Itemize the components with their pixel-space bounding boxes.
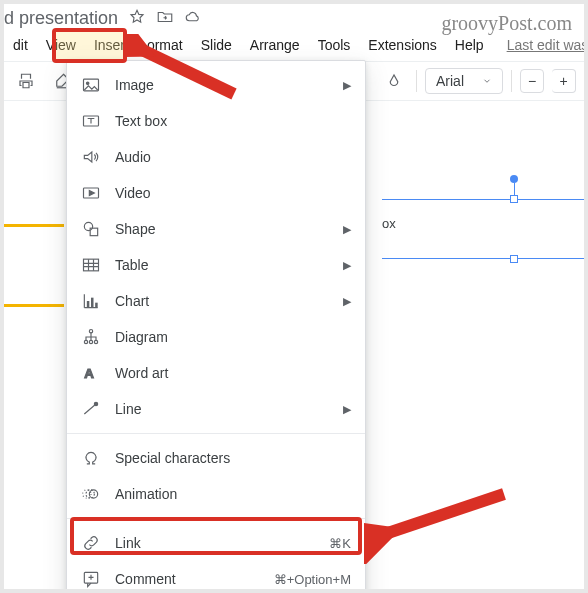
insert-menu-table[interactable]: Table▶ <box>67 247 365 283</box>
menu-item-label: Word art <box>115 365 351 381</box>
menu-divider <box>67 433 365 434</box>
svg-rect-9 <box>95 303 98 308</box>
menu-insert[interactable]: Insert <box>85 33 138 57</box>
insert-menu-wordart[interactable]: AWord art <box>67 355 365 391</box>
audio-icon <box>81 147 101 167</box>
filmstrip-accent <box>4 224 64 227</box>
menu-item-label: Table <box>115 257 329 273</box>
menu-item-label: Text box <box>115 113 351 129</box>
diagram-icon <box>81 327 101 347</box>
menu-edit[interactable]: dit <box>4 33 37 57</box>
insert-menu-anim[interactable]: Animation <box>67 476 365 512</box>
textbox-icon <box>81 111 101 131</box>
font-size-increase[interactable]: + <box>552 69 576 93</box>
selection-handle[interactable] <box>510 255 518 263</box>
wordart-icon: A <box>81 363 101 383</box>
svg-point-15 <box>94 402 97 405</box>
chevron-right-icon: ▶ <box>343 259 351 272</box>
menu-view[interactable]: View <box>37 33 85 57</box>
menu-format[interactable]: ormat <box>138 33 192 57</box>
svg-point-13 <box>94 340 97 343</box>
menubar: dit View Insert ormat Slide Arrange Tool… <box>4 31 584 61</box>
rotation-handle[interactable] <box>510 175 518 183</box>
chevron-right-icon: ▶ <box>343 295 351 308</box>
menu-item-label: Special characters <box>115 450 351 466</box>
svg-point-1 <box>86 82 89 85</box>
chevron-right-icon: ▶ <box>343 403 351 416</box>
menu-divider <box>67 518 365 519</box>
menu-tools[interactable]: Tools <box>309 33 360 57</box>
filmstrip-accent <box>4 304 64 307</box>
menu-shortcut: ⌘+Option+M <box>274 572 351 587</box>
specchar-icon <box>81 448 101 468</box>
insert-dropdown: Image▶Text boxAudioVideoShape▶Table▶Char… <box>66 60 366 593</box>
image-icon <box>81 75 101 95</box>
insert-menu-link[interactable]: Link⌘K <box>67 525 365 561</box>
star-icon[interactable] <box>128 8 146 29</box>
insert-menu-audio[interactable]: Audio <box>67 139 365 175</box>
menu-item-label: Comment <box>115 571 260 587</box>
menu-help[interactable]: Help <box>446 33 493 57</box>
menu-item-label: Diagram <box>115 329 351 345</box>
insert-menu-textbox[interactable]: Text box <box>67 103 365 139</box>
insert-menu-specchar[interactable]: Special characters <box>67 440 365 476</box>
document-title[interactable]: d presentation <box>4 8 118 29</box>
comment-icon <box>81 569 101 589</box>
table-icon <box>81 255 101 275</box>
menu-item-label: Link <box>115 535 315 551</box>
insert-menu-shape[interactable]: Shape▶ <box>67 211 365 247</box>
anim-icon <box>81 484 101 504</box>
chevron-right-icon: ▶ <box>343 79 351 92</box>
menu-slide[interactable]: Slide <box>192 33 241 57</box>
toolbar-separator <box>511 70 512 92</box>
insert-menu-comment[interactable]: Comment⌘+Option+M <box>67 561 365 593</box>
link-icon <box>81 533 101 553</box>
insert-menu-diagram[interactable]: Diagram <box>67 319 365 355</box>
font-family-select[interactable]: Arial <box>425 68 503 94</box>
svg-point-10 <box>89 330 92 333</box>
menu-item-label: Audio <box>115 149 351 165</box>
chevron-down-icon <box>482 76 492 86</box>
chart-icon <box>81 291 101 311</box>
svg-text:A: A <box>84 366 94 381</box>
shape-icon <box>81 219 101 239</box>
video-icon <box>81 183 101 203</box>
menu-item-label: Image <box>115 77 329 93</box>
menu-item-label: Chart <box>115 293 329 309</box>
line-icon <box>81 399 101 419</box>
selection-outline <box>382 199 584 259</box>
insert-menu-line[interactable]: Line▶ <box>67 391 365 427</box>
menu-item-label: Shape <box>115 221 329 237</box>
last-edit-link[interactable]: Last edit was sec <box>507 37 588 53</box>
menu-item-label: Video <box>115 185 351 201</box>
svg-rect-7 <box>87 301 90 308</box>
menu-item-label: Line <box>115 401 329 417</box>
titlebar: d presentation <box>4 4 584 31</box>
svg-point-12 <box>89 340 92 343</box>
insert-menu-image[interactable]: Image▶ <box>67 67 365 103</box>
menu-extensions[interactable]: Extensions <box>359 33 445 57</box>
menu-shortcut: ⌘K <box>329 536 351 551</box>
menu-item-label: Animation <box>115 486 351 502</box>
move-folder-icon[interactable] <box>156 8 174 29</box>
menu-arrange[interactable]: Arrange <box>241 33 309 57</box>
insert-menu-video[interactable]: Video <box>67 175 365 211</box>
insert-menu-chart[interactable]: Chart▶ <box>67 283 365 319</box>
cloud-status-icon[interactable] <box>184 8 202 29</box>
print-button[interactable] <box>12 67 40 95</box>
chevron-right-icon: ▶ <box>343 223 351 236</box>
svg-rect-6 <box>84 259 99 271</box>
font-name: Arial <box>436 73 464 89</box>
selection-handle[interactable] <box>510 195 518 203</box>
fill-color-button[interactable] <box>380 67 408 95</box>
font-size-decrease[interactable]: − <box>520 69 544 93</box>
svg-point-4 <box>84 222 92 230</box>
svg-point-11 <box>84 340 87 343</box>
toolbar-separator <box>416 70 417 92</box>
svg-rect-8 <box>91 298 94 308</box>
